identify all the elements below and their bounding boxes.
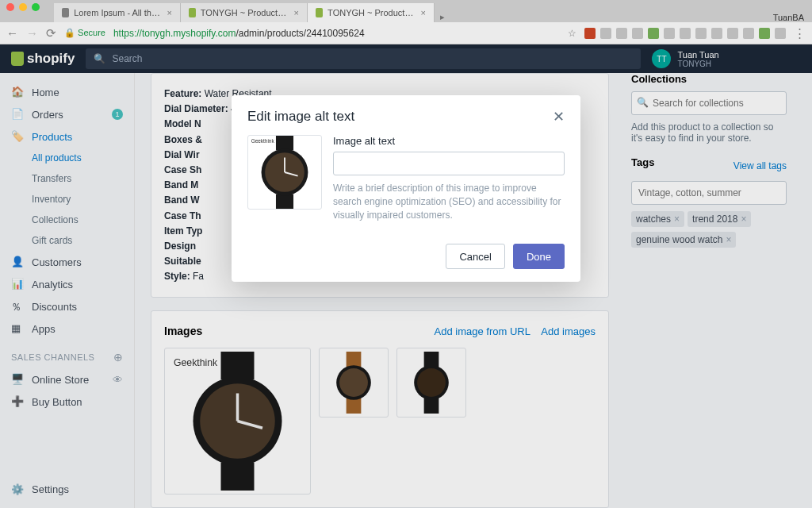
modal-title: Edit image alt text: [247, 109, 354, 125]
svg-text:Geekthink: Geekthink: [251, 138, 275, 144]
cancel-button[interactable]: Cancel: [446, 244, 504, 269]
svg-rect-16: [276, 136, 293, 150]
window-controls: [6, 3, 40, 11]
svg-rect-17: [276, 194, 293, 209]
edit-alt-text-modal: Edit image alt text ✕ Geekthink Image al…: [232, 95, 580, 282]
minimize-window[interactable]: [19, 3, 27, 11]
close-window[interactable]: [6, 3, 14, 11]
modal-close-button[interactable]: ✕: [553, 108, 565, 125]
modal-overlay: Edit image alt text ✕ Geekthink Image al…: [0, 0, 812, 508]
modal-image-thumb: Geekthink: [247, 135, 322, 210]
done-button[interactable]: Done: [513, 244, 565, 269]
alt-text-input[interactable]: [333, 152, 565, 175]
maximize-window[interactable]: [32, 3, 40, 11]
alt-text-hint: Write a brief description of this image …: [333, 182, 565, 221]
alt-text-label: Image alt text: [333, 135, 565, 147]
